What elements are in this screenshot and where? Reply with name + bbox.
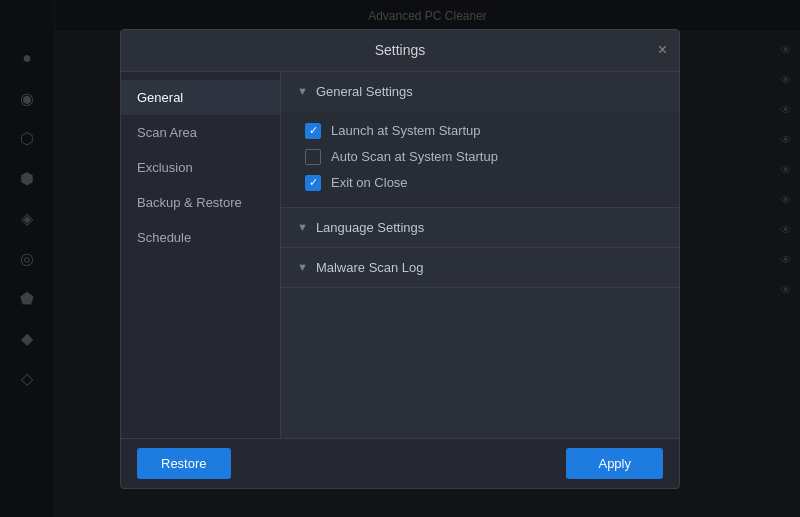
checkbox-auto-scan: Auto Scan at System Startup [305,149,655,165]
settings-modal: Settings × General Scan Area Exclusion B… [120,29,680,489]
settings-content: ▼ General Settings ✓ Launch at System St… [281,72,679,438]
checkmark-icon: ✓ [309,125,318,136]
modal-title: Settings [375,42,426,58]
general-settings-header[interactable]: ▼ General Settings [281,72,679,111]
general-settings-title: General Settings [316,84,413,99]
modal-header: Settings × [121,30,679,72]
checkbox-launch-startup-label: Launch at System Startup [331,123,481,138]
modal-close-button[interactable]: × [658,42,667,58]
nav-item-general[interactable]: General [121,80,280,115]
nav-item-exclusion[interactable]: Exclusion [121,150,280,185]
language-settings-title: Language Settings [316,220,424,235]
modal-body: General Scan Area Exclusion Backup & Res… [121,72,679,438]
malware-log-header[interactable]: ▼ Malware Scan Log [281,248,679,287]
checkmark-icon-2: ✓ [309,177,318,188]
settings-nav: General Scan Area Exclusion Backup & Res… [121,72,281,438]
nav-item-backup-restore[interactable]: Backup & Restore [121,185,280,220]
checkbox-exit-close: ✓ Exit on Close [305,175,655,191]
modal-overlay: Settings × General Scan Area Exclusion B… [0,0,800,517]
general-settings-section: ▼ General Settings ✓ Launch at System St… [281,72,679,208]
nav-item-scan-area[interactable]: Scan Area [121,115,280,150]
malware-log-title: Malware Scan Log [316,260,424,275]
restore-button[interactable]: Restore [137,448,231,479]
language-settings-section: ▼ Language Settings [281,208,679,248]
language-settings-header[interactable]: ▼ Language Settings [281,208,679,247]
language-settings-chevron-icon: ▼ [297,221,308,233]
apply-button[interactable]: Apply [566,448,663,479]
checkbox-exit-close-box[interactable]: ✓ [305,175,321,191]
checkbox-auto-scan-box[interactable] [305,149,321,165]
malware-log-section: ▼ Malware Scan Log [281,248,679,288]
nav-item-schedule[interactable]: Schedule [121,220,280,255]
general-settings-chevron-icon: ▼ [297,85,308,97]
checkbox-launch-startup: ✓ Launch at System Startup [305,123,655,139]
checkbox-auto-scan-label: Auto Scan at System Startup [331,149,498,164]
general-settings-body: ✓ Launch at System Startup Auto Scan at … [281,111,679,207]
checkbox-exit-close-label: Exit on Close [331,175,408,190]
modal-footer: Restore Apply [121,438,679,488]
malware-log-chevron-icon: ▼ [297,261,308,273]
checkbox-launch-startup-box[interactable]: ✓ [305,123,321,139]
